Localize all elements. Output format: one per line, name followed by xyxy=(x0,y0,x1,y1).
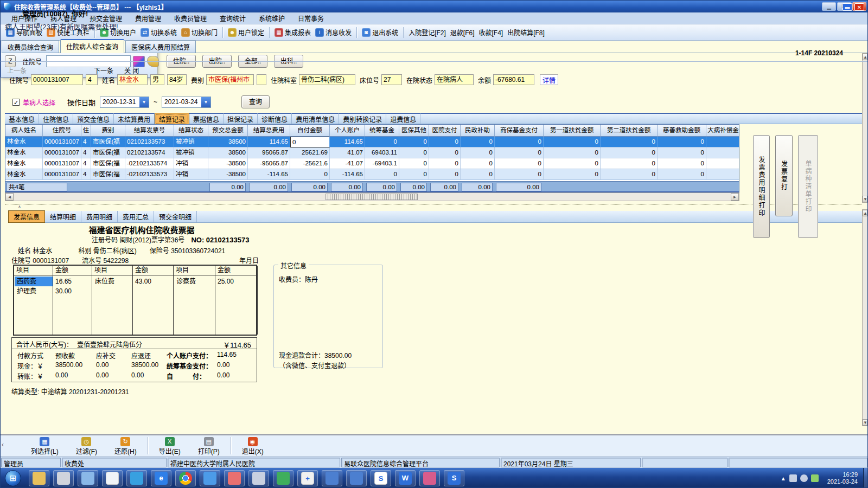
grid-cell[interactable]: 0 xyxy=(429,169,461,180)
taskbar-item-sql-server[interactable] xyxy=(53,470,74,486)
bottom-button-filter[interactable]: ◷过滤(F) xyxy=(76,437,97,455)
taskbar-item-ie-browser[interactable]: e xyxy=(151,470,171,486)
grid-cell[interactable]: 被冲销 xyxy=(174,147,208,158)
grid-cell[interactable]: 0 xyxy=(544,169,601,180)
grid-cell[interactable]: 林金水 xyxy=(5,137,43,147)
invoice-item-name[interactable]: 西药费 xyxy=(15,277,53,286)
toolbar-button-discharge-settle[interactable]: 出院结算[F8] xyxy=(507,28,545,37)
grid-cell[interactable]: 0 xyxy=(544,137,601,147)
grid-cell[interactable]: 0 xyxy=(429,158,461,169)
grid-cell[interactable]: 0 xyxy=(290,137,330,147)
grid-header-cell[interactable]: 民政补助 xyxy=(461,125,495,137)
record-tab[interactable]: 票据信息 xyxy=(189,113,224,125)
patient-detail-link[interactable]: 详情 xyxy=(540,74,558,85)
detail-tab[interactable]: 费用明细 xyxy=(81,211,118,222)
grid-v-scrollbar[interactable]: ▲ ▼ xyxy=(862,53,868,203)
grid-cell[interactable]: 114.65 xyxy=(330,137,365,147)
tray-shield-icon[interactable] xyxy=(811,474,819,482)
detail-tab[interactable]: 费用汇总 xyxy=(118,211,154,222)
grid-cell[interactable]: 02102133574 xyxy=(125,147,174,158)
record-tab[interactable]: 住院信息 xyxy=(39,113,73,125)
grid-header-cell[interactable]: 个人账户 xyxy=(330,125,365,137)
scroll-right-icon[interactable]: ► xyxy=(731,193,739,201)
invoice-item-name[interactable]: 护理费 xyxy=(15,286,53,296)
grid-cell[interactable]: -69403.1 xyxy=(365,158,399,169)
table-row[interactable]: 林金水00001310074市医保(福02102133573被冲销3850011… xyxy=(5,137,739,147)
main-tab[interactable]: 收费员综合查询 xyxy=(2,40,59,53)
grid-cell[interactable]: 林金水 xyxy=(5,158,43,169)
grid-header-cell[interactable]: 自付金额 xyxy=(290,125,330,137)
toolbar-button-report[interactable]: ▦集成报表 xyxy=(275,28,311,37)
invoice-item-name[interactable]: 床位费 xyxy=(93,277,132,286)
tray-volume-icon[interactable] xyxy=(800,474,808,482)
grid-cell[interactable]: 0 xyxy=(658,169,706,180)
grid-cell[interactable]: 市医保(福 xyxy=(91,158,125,169)
grid-cell[interactable]: 0 xyxy=(544,158,601,169)
grid-cell[interactable]: 0000131007 xyxy=(43,158,81,169)
popup-prev-link[interactable]: 上一条 xyxy=(7,66,27,75)
taskbar-item-capture-tool[interactable] xyxy=(200,470,220,486)
grid-cell[interactable]: 被冲销 xyxy=(174,137,208,147)
scroll-left-icon[interactable]: ◄ xyxy=(5,193,14,201)
bottom-button-export[interactable]: X导出(E) xyxy=(159,437,181,455)
grid-cell[interactable]: 0 xyxy=(429,137,461,147)
menu-item[interactable]: 日常事务 xyxy=(291,12,330,24)
grid-header-cell[interactable]: 费别 xyxy=(91,125,125,137)
grid-header-cell[interactable]: 预交总金额 xyxy=(208,125,248,137)
record-tab[interactable]: 退费信息 xyxy=(386,113,420,125)
tray-network-icon[interactable] xyxy=(789,474,797,482)
taskbar-item-database-pink[interactable] xyxy=(419,470,440,486)
toolbar-button-refund[interactable]: 退款[F6] xyxy=(450,28,475,37)
taskbar-item-yilianzhong-2[interactable]: S xyxy=(444,470,464,486)
grid-cell[interactable]: 0 xyxy=(429,147,461,158)
grid-header-cell[interactable]: 慈善救助金额 xyxy=(658,125,706,137)
grid-cell[interactable]: -25621.6 xyxy=(290,158,330,169)
minimize-button[interactable]: ▁ xyxy=(822,2,836,11)
start-button[interactable]: ⊞ xyxy=(5,470,21,486)
show-desktop-button[interactable] xyxy=(863,468,868,488)
grid-header-cell[interactable]: 第二道扶贫金额 xyxy=(601,125,658,137)
grid-h-scrollbar[interactable]: ◄ ► xyxy=(5,192,739,201)
tray-clock[interactable]: 16:292021-03-24 xyxy=(827,471,858,485)
toolbar-button-exit-system[interactable]: ◙退出系统 xyxy=(362,28,398,37)
grid-cell[interactable]: 0 xyxy=(544,147,601,158)
scroll-up-icon[interactable]: ▲ xyxy=(863,54,867,60)
grid-cell[interactable]: 0000131007 xyxy=(43,147,81,158)
grid-cell[interactable] xyxy=(706,158,739,169)
collapse-left-icon[interactable]: ‹ xyxy=(2,441,4,448)
grid-cell[interactable]: 0 xyxy=(290,169,330,180)
toolbar-button-collect[interactable]: 收款[F4] xyxy=(479,28,503,37)
date-to-picker[interactable]: 2021-03-24▼ xyxy=(162,97,211,108)
taskbar-item-medical-record[interactable]: + xyxy=(297,470,318,486)
grid-cell[interactable]: 0 xyxy=(658,147,706,158)
taskbar-item-wps[interactable]: W xyxy=(395,470,416,486)
record-tab[interactable]: 费别转换记录 xyxy=(339,113,386,125)
chevron-down-icon[interactable]: ▼ xyxy=(201,97,210,107)
grid-header-cell[interactable]: 住 xyxy=(81,125,91,137)
grid-header-cell[interactable]: 结算总费用 xyxy=(248,125,290,137)
grid-cell[interactable]: 林金水 xyxy=(5,169,43,180)
table-row[interactable]: 林金水00001310074市医保(福02102133574被冲销3850095… xyxy=(5,147,739,158)
main-tab[interactable]: 住院病人综合查询 xyxy=(60,39,124,53)
grid-header-cell[interactable]: 结算发票号 xyxy=(125,125,174,137)
taskbar-item-excel-chart[interactable] xyxy=(273,470,293,486)
grid-cell[interactable]: 41.07 xyxy=(330,147,365,158)
single-patient-checkbox[interactable]: ✓ xyxy=(12,99,20,106)
grid-cell[interactable]: 02102133573 xyxy=(125,137,174,147)
grid-cell[interactable]: 0 xyxy=(658,137,706,147)
scroll-down-icon[interactable]: ▼ xyxy=(863,419,867,426)
detail-tab[interactable]: 结算明细 xyxy=(45,211,81,222)
grid-cell[interactable]: 95065.87 xyxy=(248,147,290,158)
taskbar-item-folder[interactable] xyxy=(29,470,49,486)
grid-cell[interactable] xyxy=(706,169,739,180)
grid-cell[interactable]: -41.07 xyxy=(330,158,365,169)
grid-cell[interactable]: 4 xyxy=(81,169,91,180)
grid-cell[interactable]: 0 xyxy=(365,137,399,147)
taskbar-item-chart-app[interactable] xyxy=(126,470,147,486)
grid-cell[interactable]: 林金水 xyxy=(5,147,43,158)
toolbar-button-switch-system[interactable]: ⇄切换系统 xyxy=(141,28,177,37)
grid-cell[interactable]: -38500 xyxy=(208,158,248,169)
grid-cell[interactable] xyxy=(706,137,739,147)
record-tab[interactable]: 未结算费用 xyxy=(114,113,155,125)
grid-cell[interactable]: 4 xyxy=(81,158,91,169)
